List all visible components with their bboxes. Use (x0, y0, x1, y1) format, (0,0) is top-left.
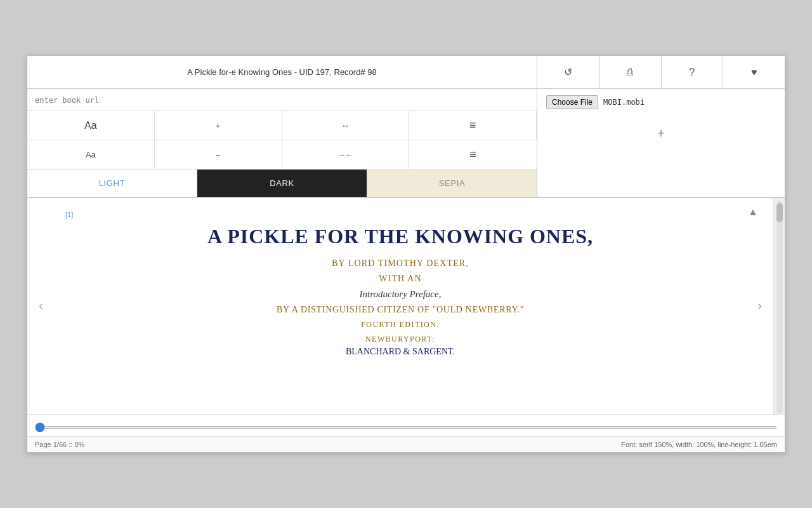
theme-row: LIGHT DARK SEPIA (27, 170, 537, 197)
book-title-text: A Pickle for-e Knowing Ones - UID 197, R… (187, 67, 376, 77)
prev-page-button[interactable]: ‹ (32, 291, 49, 321)
scrollbar-panel (773, 198, 785, 414)
scrollbar-track[interactable] (776, 201, 783, 414)
progress-slider[interactable] (35, 426, 777, 429)
progress-area (27, 414, 785, 436)
theme-sepia-button[interactable]: SEPIA (367, 170, 537, 197)
theme-dark-button[interactable]: DARK (197, 170, 367, 197)
book-content: A PICKLE FOR THE KNOWING ONES, BY LORD T… (65, 225, 735, 357)
file-name: MOBI.mobi (603, 98, 645, 107)
book-edition: FOURTH EDITION. (65, 320, 735, 330)
width-increase-button[interactable]: ↔ (282, 111, 410, 140)
book-with-an: WITH AN (65, 274, 735, 284)
status-bar: Page 1/66 :: 0% Font: serif 150%, width:… (27, 436, 785, 452)
book-main-title: A PICKLE FOR THE KNOWING ONES, (65, 225, 735, 248)
help-button[interactable]: ? (662, 56, 724, 88)
add-button[interactable]: + (546, 114, 776, 152)
refresh-icon: ↺ (564, 66, 572, 78)
top-bar: A Pickle for-e Knowing Ones - UID 197, R… (27, 56, 785, 89)
theme-light-button[interactable]: LIGHT (27, 170, 197, 197)
controls-area: Aa + ↔ ≡ Aa − →← (27, 89, 785, 197)
left-controls: Aa + ↔ ≡ Aa − →← (27, 89, 537, 197)
right-panel: Choose File MOBI.mobi + (537, 89, 785, 197)
url-input[interactable] (35, 96, 529, 105)
book-intro-preface: Introductory Preface, (65, 289, 735, 300)
line-height-increase-button[interactable]: ≡ (409, 111, 537, 140)
favorite-button[interactable]: ♥ (723, 56, 785, 88)
reader-container: [1] ▲ ‹ A PICKLE FOR THE KNOWING ONES, B… (27, 197, 785, 414)
heart-icon: ♥ (751, 67, 757, 78)
reader-main: [1] ▲ ‹ A PICKLE FOR THE KNOWING ONES, B… (27, 198, 773, 414)
choose-file-button[interactable]: Choose File (546, 95, 598, 109)
help-icon: ? (689, 67, 695, 78)
print-button[interactable]: ⎙ (599, 56, 662, 88)
toolbar-icons: ↺ ⎙ ? ♥ (537, 56, 785, 88)
status-left: Page 1/66 :: 0% (35, 441, 84, 448)
font-size-large-button[interactable]: Aa (27, 111, 155, 140)
font-decrease-button[interactable]: − (155, 140, 282, 169)
page-marker: [1] (65, 211, 735, 218)
scrollbar-thumb[interactable] (776, 203, 783, 222)
book-subtitle: BY LORD TIMOTHY DEXTER, (65, 258, 735, 269)
app-container: A Pickle for-e Knowing Ones - UID 197, R… (27, 55, 785, 453)
line-height-decrease-button[interactable]: ≡ (409, 140, 537, 169)
file-row: Choose File MOBI.mobi (546, 95, 776, 109)
book-publisher: BLANCHARD & SARGENT. (65, 347, 735, 357)
width-decrease-button[interactable]: →← (282, 140, 410, 169)
book-title-bar: A Pickle for-e Knowing Ones - UID 197, R… (27, 56, 537, 88)
url-row (27, 89, 537, 111)
next-page-button[interactable]: › (751, 291, 768, 321)
print-icon: ⎙ (627, 67, 633, 78)
font-increase-button[interactable]: + (155, 111, 282, 140)
book-city: NEWBURYPORT: (65, 335, 735, 344)
scroll-top-button[interactable]: ▲ (745, 204, 761, 220)
refresh-button[interactable]: ↺ (537, 56, 599, 88)
font-controls: Aa + ↔ ≡ Aa − →← (27, 111, 537, 170)
font-size-small-button[interactable]: Aa (27, 140, 155, 169)
status-right: Font: serif 150%, width: 100%, line-heig… (621, 441, 777, 448)
book-citizen: BY A DISTINGUISHED CITIZEN OF "OULD NEWB… (65, 305, 735, 315)
